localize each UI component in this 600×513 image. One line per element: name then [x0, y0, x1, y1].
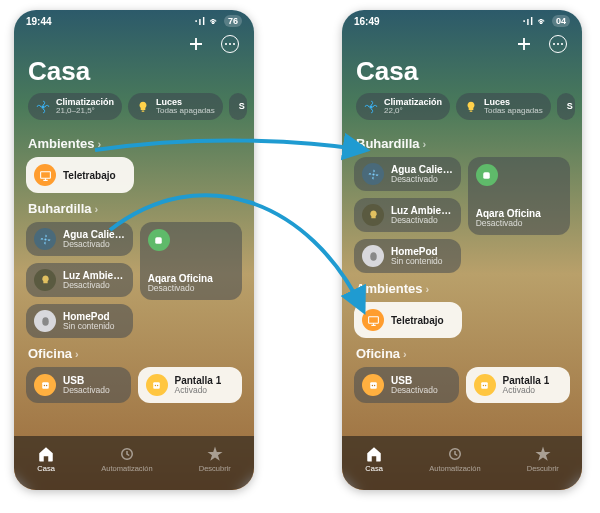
phone-screenshot-1: 19:44 ·ıl ᯤ 76 Casa Climatización	[14, 10, 254, 490]
climate-value: 21,0–21,5°	[56, 107, 114, 115]
tab-bar: Casa Automatización Descubrir	[342, 436, 582, 490]
svg-rect-10	[42, 382, 49, 389]
tile-agua-caliente[interactable]: Agua Calie… Desactivado	[26, 222, 133, 256]
tile-title: Teletrabajo	[63, 170, 116, 181]
svg-point-20	[369, 105, 373, 109]
tile-aqara-oficina[interactable]: Aqara Oficina Desactivado	[468, 157, 570, 235]
section-header-oficina[interactable]: Oficina ›	[342, 338, 582, 367]
cellular-icon: ·ıl	[195, 16, 206, 27]
svg-point-19	[561, 43, 563, 45]
svg-point-25	[370, 252, 377, 261]
svg-point-32	[485, 384, 486, 385]
svg-point-1	[229, 43, 231, 45]
section-header-oficina[interactable]: Oficina ›	[14, 338, 254, 367]
svg-rect-21	[470, 110, 473, 111]
svg-rect-27	[370, 382, 377, 389]
tile-title: Teletrabajo	[391, 315, 444, 326]
status-bar: 19:44 ·ıl ᯤ 76	[14, 10, 254, 32]
section-header-ambientes[interactable]: Ambientes ›	[342, 273, 582, 302]
tab-label: Descubrir	[527, 464, 559, 473]
lights-value: Todas apagadas	[484, 107, 543, 115]
chevron-right-icon: ›	[423, 138, 427, 150]
section-header-ambientes[interactable]: Ambientes ›	[14, 128, 254, 157]
tab-home[interactable]: Casa	[37, 445, 55, 473]
more-options-icon[interactable]	[220, 34, 240, 54]
svg-point-28	[371, 384, 372, 385]
svg-point-31	[483, 384, 484, 385]
svg-point-2	[233, 43, 235, 45]
climate-pill[interactable]: Climatización 22,0°	[356, 93, 450, 120]
tile-pantalla-1[interactable]: Pantalla 1 Activado	[466, 367, 571, 403]
climate-icon	[36, 100, 50, 114]
climate-pill[interactable]: Climatización 21,0–21,5°	[28, 93, 122, 120]
svg-point-29	[373, 384, 374, 385]
tab-label: Descubrir	[199, 464, 231, 473]
tab-label: Casa	[37, 464, 55, 473]
tab-home[interactable]: Casa	[365, 445, 383, 473]
tile-subtitle: Desactivado	[148, 284, 234, 293]
tile-subtitle: Activado	[175, 386, 222, 395]
monitor-icon	[362, 309, 384, 331]
climate-icon	[364, 100, 378, 114]
tile-subtitle: Sin contenido	[63, 322, 115, 331]
tile-subtitle: Desactivado	[391, 216, 451, 225]
lightbulb-icon	[136, 100, 150, 114]
svg-rect-13	[153, 382, 160, 389]
lights-value: Todas apagadas	[156, 107, 215, 115]
svg-point-12	[45, 384, 46, 385]
tile-homepod[interactable]: HomePod Sin contenido	[354, 239, 461, 273]
lights-pill[interactable]: Luces Todas apagadas	[456, 93, 551, 120]
homepod-icon	[34, 310, 56, 332]
chevron-right-icon: ›	[95, 203, 99, 215]
section-header-buhardilla[interactable]: Buhardilla ›	[342, 128, 582, 157]
status-time: 19:44	[26, 16, 52, 27]
tile-subtitle: Desactivado	[391, 386, 438, 395]
add-icon[interactable]	[186, 34, 206, 54]
tile-subtitle: Desactivado	[63, 386, 110, 395]
phone-screenshot-2: 16:49 ·ıl ᯤ 04 Casa Climatización	[342, 10, 582, 490]
lights-pill[interactable]: Luces Todas apagadas	[128, 93, 223, 120]
overflow-pill[interactable]: S	[229, 93, 247, 120]
add-icon[interactable]	[514, 34, 534, 54]
svg-point-9	[42, 317, 49, 326]
svg-point-3	[41, 105, 45, 109]
monitor-icon	[34, 164, 56, 186]
chevron-right-icon: ›	[425, 283, 429, 295]
tile-luz-ambiente[interactable]: Luz Ambie… Desactivado	[354, 198, 461, 232]
fan-icon	[362, 163, 384, 185]
tile-usb[interactable]: USB Desactivado	[354, 367, 459, 403]
tile-aqara-oficina[interactable]: Aqara Oficina Desactivado	[140, 222, 242, 300]
overflow-pill[interactable]: S	[557, 93, 575, 120]
tile-subtitle: Desactivado	[391, 175, 453, 184]
tile-subtitle: Activado	[503, 386, 550, 395]
tile-title: Aqara Oficina	[148, 273, 234, 284]
svg-rect-6	[40, 171, 50, 178]
svg-rect-8	[155, 237, 162, 244]
tab-discover[interactable]: Descubrir	[527, 445, 559, 473]
svg-point-11	[43, 384, 44, 385]
svg-rect-30	[481, 382, 488, 389]
tile-luz-ambiente[interactable]: Luz Ambie… Desactivado	[26, 263, 133, 297]
cellular-icon: ·ıl	[523, 16, 534, 27]
svg-rect-26	[368, 316, 378, 323]
tile-pantalla-1[interactable]: Pantalla 1 Activado	[138, 367, 243, 403]
tile-usb[interactable]: USB Desactivado	[26, 367, 131, 403]
more-options-icon[interactable]	[548, 34, 568, 54]
homepod-icon	[362, 245, 384, 267]
tab-automation[interactable]: Automatización	[429, 445, 480, 473]
tile-teletrabajo[interactable]: Teletrabajo	[26, 157, 134, 193]
tab-automation[interactable]: Automatización	[101, 445, 152, 473]
tile-teletrabajo[interactable]: Teletrabajo	[354, 302, 462, 338]
lightbulb-icon	[34, 269, 56, 291]
wifi-icon: ᯤ	[210, 16, 220, 27]
tile-agua-caliente[interactable]: Agua Calie… Desactivado	[354, 157, 461, 191]
svg-rect-24	[483, 172, 490, 179]
status-bar: 16:49 ·ıl ᯤ 04	[342, 10, 582, 32]
tab-discover[interactable]: Descubrir	[199, 445, 231, 473]
section-header-buhardilla[interactable]: Buhardilla ›	[14, 193, 254, 222]
tile-homepod[interactable]: HomePod Sin contenido	[26, 304, 133, 338]
chevron-right-icon: ›	[97, 138, 101, 150]
page-title: Casa	[342, 54, 582, 93]
battery-indicator: 04	[552, 15, 570, 27]
svg-point-7	[44, 238, 46, 240]
